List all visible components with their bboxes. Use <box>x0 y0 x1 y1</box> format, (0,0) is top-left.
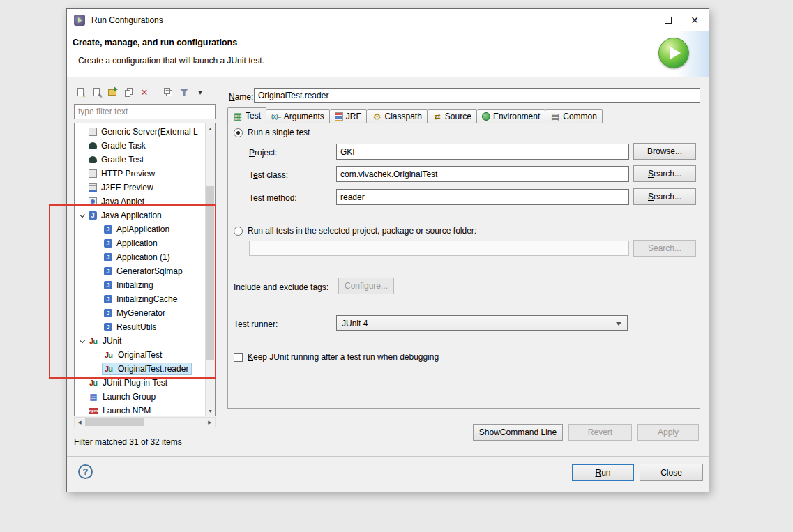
java-app-icon <box>104 253 112 261</box>
keep-junit-checkbox[interactable] <box>234 353 243 362</box>
tree-horizontal-scrollbar[interactable]: ◀ ▶ <box>74 417 216 427</box>
run-all-tests-label: Run all tests in the selected project, p… <box>248 226 476 236</box>
new-prototype-icon <box>93 88 100 96</box>
tab-jre[interactable]: JRE <box>330 109 368 123</box>
duplicate-icon <box>125 90 130 97</box>
tree-item-junit[interactable]: JUnit <box>75 334 205 348</box>
test-tab-icon <box>233 112 243 121</box>
collapse-all-icon <box>164 88 170 94</box>
test-runner-select[interactable]: JUnit 4 <box>336 315 628 331</box>
close-dialog-button[interactable]: Close <box>640 464 703 481</box>
expander-icon <box>77 169 87 178</box>
tree-item-originaltest[interactable]: OriginalTest <box>75 348 205 362</box>
scroll-right-icon[interactable]: ▶ <box>205 418 215 427</box>
filter-button[interactable] <box>176 85 192 99</box>
filter-funnel-icon <box>180 88 189 96</box>
java-app-icon <box>104 281 112 289</box>
keep-junit-label: Keep JUnit running after a test run when… <box>248 352 439 362</box>
java-app-icon <box>104 239 112 248</box>
horizontal-scroll-thumb[interactable] <box>85 418 144 426</box>
tab-common[interactable]: Common <box>545 109 603 123</box>
maximize-icon <box>665 17 672 24</box>
expander-icon <box>93 350 103 360</box>
tree-item-mygenerator[interactable]: MyGenerator <box>75 306 205 320</box>
j2ee-icon <box>89 183 97 192</box>
scroll-left-icon[interactable]: ◀ <box>75 418 84 427</box>
tab-source[interactable]: Source <box>428 109 477 123</box>
tab-classpath[interactable]: Classpath <box>367 109 427 123</box>
tree-item-apiapplication[interactable]: ApiApplication <box>75 222 205 236</box>
filter-input[interactable] <box>74 104 216 119</box>
gradle-icon <box>89 142 97 149</box>
tree-item-application-1-[interactable]: Application (1) <box>75 250 205 264</box>
tree-item-originaltest-reader[interactable]: OriginalTest.reader <box>75 362 205 376</box>
collapse-all-button[interactable] <box>160 85 176 99</box>
environment-tab-icon <box>482 112 490 121</box>
configure-tags-button: Configure... <box>338 278 394 294</box>
vertical-scroll-thumb[interactable] <box>206 186 214 360</box>
filter-menu-caret[interactable] <box>192 85 208 99</box>
browse-button[interactable]: Browse... <box>633 143 696 160</box>
run-single-test-label: Run a single test <box>248 128 310 137</box>
delete-button[interactable] <box>137 85 152 99</box>
keep-junit-row: Keep JUnit running after a test run when… <box>234 352 439 362</box>
tab-arguments[interactable]: Arguments <box>266 109 330 123</box>
expander-icon <box>77 127 87 137</box>
tree-item-junit-plug-in-test[interactable]: JUnit Plug-in Test <box>75 376 205 390</box>
tree-item-gradle-task[interactable]: Gradle Task <box>75 139 205 153</box>
help-button[interactable] <box>78 464 93 479</box>
tree-item-generatorsqlmap[interactable]: GeneratorSqlmap <box>75 264 205 278</box>
test-method-input[interactable] <box>336 189 629 205</box>
run-all-tests-row: Run all tests in the selected project, p… <box>234 226 476 236</box>
new-configuration-icon <box>77 88 84 96</box>
run-all-tests-radio[interactable] <box>234 227 243 236</box>
test-tab-panel: Run a single test Project: Browse... Tes… <box>227 123 700 409</box>
test-runner-value: JUnit 4 <box>342 319 368 328</box>
close-button[interactable] <box>682 9 707 31</box>
show-command-line-button[interactable]: Show Command Line <box>473 424 563 441</box>
test-class-input[interactable] <box>336 166 629 182</box>
tree-item-java-application[interactable]: Java Application <box>75 208 205 222</box>
scroll-up-icon[interactable]: ▲ <box>206 123 215 133</box>
server-icon <box>89 128 97 136</box>
tree-item-initializing[interactable]: Initializing <box>75 278 205 292</box>
run-single-test-radio[interactable] <box>234 128 243 137</box>
expander-icon <box>93 294 103 304</box>
tree-item-initializingcache[interactable]: InitializingCache <box>75 292 205 306</box>
tree-vertical-scrollbar[interactable]: ▲ ▼ <box>205 123 215 416</box>
tree-item-launch-group[interactable]: Launch Group <box>75 390 205 404</box>
name-input[interactable] <box>254 88 700 103</box>
scroll-down-icon[interactable]: ▼ <box>206 406 215 416</box>
tree-item-j2ee-preview[interactable]: J2EE Preview <box>75 181 205 195</box>
filter-status: Filter matched 31 of 32 items <box>74 437 182 447</box>
tab-environment[interactable]: Environment <box>477 109 545 123</box>
export-configurations-button[interactable] <box>105 85 120 99</box>
tree-item-launch-npm[interactable]: Launch NPM <box>75 404 205 416</box>
title-bar[interactable]: Run Configurations <box>67 9 709 31</box>
new-configuration-button[interactable] <box>73 85 88 99</box>
tab-test[interactable]: Test <box>227 107 266 123</box>
name-label: Name: <box>229 92 253 102</box>
tree-item-java-applet[interactable]: Java Applet <box>75 195 205 208</box>
jre-tab-icon <box>335 112 343 121</box>
tree-item-gradle-test[interactable]: Gradle Test <box>75 153 205 167</box>
test-class-search-button[interactable]: Search... <box>633 165 696 182</box>
tree-item-generic-server-external-l[interactable]: Generic Server(External L <box>75 125 205 139</box>
tree-item-http-preview[interactable]: HTTP Preview <box>75 167 205 181</box>
run-button[interactable]: Run <box>572 464 634 481</box>
tree-item-application[interactable]: Application <box>75 236 205 250</box>
test-method-search-button[interactable]: Search... <box>633 188 696 205</box>
java-app-icon <box>89 211 97 220</box>
container-input <box>249 241 629 256</box>
expander-icon <box>77 378 87 388</box>
tree-item-resultutils[interactable]: ResultUtils <box>75 320 205 334</box>
expander-icon <box>93 252 103 262</box>
project-input[interactable] <box>336 144 629 160</box>
close-icon <box>690 15 699 26</box>
expander-icon <box>93 266 103 276</box>
revert-button: Revert <box>568 424 632 441</box>
maximize-button[interactable] <box>656 9 681 31</box>
junit-plugin-icon <box>89 379 98 388</box>
duplicate-button[interactable] <box>121 85 136 99</box>
new-prototype-button[interactable] <box>89 85 104 99</box>
